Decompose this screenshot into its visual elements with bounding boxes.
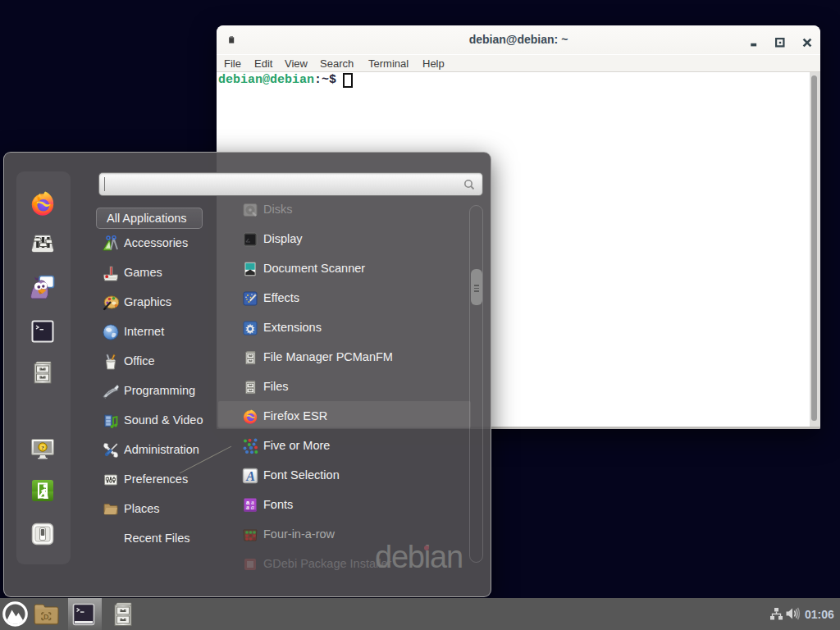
svg-text:a: a xyxy=(251,504,254,511)
svg-text:A: A xyxy=(245,469,255,483)
svg-text:D: D xyxy=(43,613,49,621)
svg-text:?: ? xyxy=(41,445,44,451)
svg-text:a: a xyxy=(246,504,249,511)
